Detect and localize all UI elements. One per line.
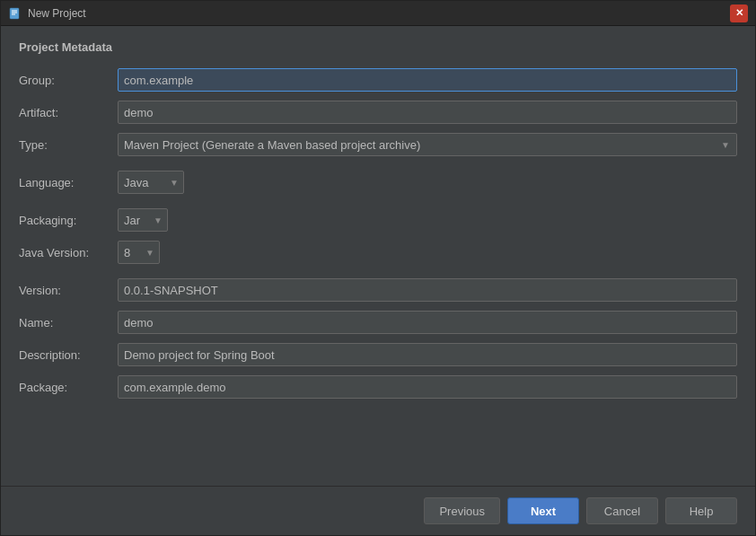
group-input[interactable] (118, 68, 737, 92)
description-row: Description: (19, 343, 737, 366)
package-input[interactable] (118, 375, 737, 399)
type-select-wrapper: Maven Project (Generate a Maven based pr… (118, 133, 737, 156)
previous-button[interactable]: Previous (424, 497, 500, 524)
java-version-label: Java Version: (19, 246, 118, 259)
group-row: Group: (19, 68, 737, 92)
type-select[interactable]: Maven Project (Generate a Maven based pr… (118, 133, 737, 156)
svg-rect-0 (10, 8, 19, 19)
help-button[interactable]: Help (665, 497, 737, 524)
name-row: Name: (19, 311, 737, 334)
title-bar: New Project ✕ (1, 1, 755, 26)
window-title: New Project (28, 7, 86, 20)
version-input[interactable] (118, 278, 737, 302)
type-label: Type: (19, 138, 118, 152)
form-area: Group: Artifact: Type: Maven Project (Ge… (19, 68, 737, 471)
language-select-wrapper: Java Kotlin Groovy ▼ (118, 171, 184, 194)
title-bar-left: New Project (8, 6, 86, 21)
description-input[interactable] (118, 343, 737, 366)
packaging-row: Packaging: Jar War ▼ (19, 208, 737, 232)
type-row: Type: Maven Project (Generate a Maven ba… (19, 133, 737, 156)
new-project-window: New Project ✕ Project Metadata Group: Ar… (0, 0, 756, 536)
java-version-row: Java Version: 8 11 17 21 ▼ (19, 241, 737, 264)
name-input[interactable] (118, 311, 737, 334)
section-title: Project Metadata (19, 40, 737, 54)
packaging-label: Packaging: (19, 214, 118, 227)
language-row: Language: Java Kotlin Groovy ▼ (19, 171, 737, 194)
packaging-select[interactable]: Jar War (118, 208, 168, 232)
java-version-select-wrapper: 8 11 17 21 ▼ (118, 241, 160, 264)
language-label: Language: (19, 176, 118, 189)
packaging-select-wrapper: Jar War ▼ (118, 208, 168, 232)
description-label: Description: (19, 348, 118, 362)
bottom-bar: Previous Next Cancel Help (1, 486, 755, 535)
package-row: Package: (19, 375, 737, 399)
artifact-label: Artifact: (19, 106, 118, 119)
next-button[interactable]: Next (507, 497, 579, 524)
cancel-button[interactable]: Cancel (586, 497, 658, 524)
name-label: Name: (19, 316, 118, 330)
java-version-select[interactable]: 8 11 17 21 (118, 241, 160, 264)
group-label: Group: (19, 74, 118, 87)
artifact-row: Artifact: (19, 101, 737, 124)
close-button[interactable]: ✕ (730, 4, 748, 22)
version-label: Version: (19, 284, 118, 297)
language-select[interactable]: Java Kotlin Groovy (118, 171, 184, 194)
version-row: Version: (19, 278, 737, 302)
new-project-icon (8, 6, 22, 21)
artifact-input[interactable] (118, 101, 737, 124)
content-area: Project Metadata Group: Artifact: Type: (1, 26, 755, 486)
package-label: Package: (19, 381, 118, 394)
